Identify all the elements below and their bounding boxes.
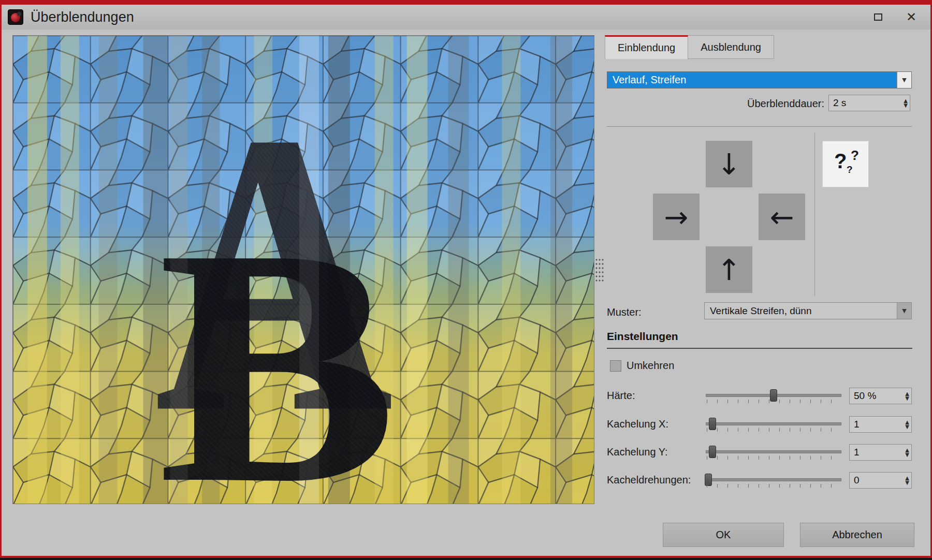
direction-left-button[interactable]: ← [759, 194, 805, 240]
invert-checkbox[interactable] [610, 360, 621, 372]
haerte-row: Härte: 50 % ▲ ▼ [607, 388, 912, 405]
separator [607, 126, 912, 127]
slider-ticks [707, 456, 840, 460]
kachelung-y-value[interactable]: 1 [854, 447, 905, 458]
slider-ticks [707, 400, 840, 403]
slider-track[interactable] [706, 478, 841, 481]
tab-einblendung-label: Einblendung [618, 42, 675, 54]
cancel-button[interactable]: Abbrechen [800, 523, 914, 547]
kacheldrehungen-label: Kacheldrehungen: [607, 474, 703, 486]
transition-select[interactable]: Verlauf, Streifen ▼ [607, 71, 912, 89]
arrow-left-icon: ← [770, 200, 794, 234]
slider-ticks [707, 428, 840, 432]
haerte-spinner[interactable]: ▲ ▼ [905, 391, 911, 401]
transition-select-arrow[interactable]: ▼ [897, 72, 911, 88]
kachelung-y-spinner[interactable]: ▲ ▼ [905, 448, 911, 457]
close-icon: ✕ [906, 11, 916, 23]
question-icon: ? [851, 148, 859, 164]
duration-spinner[interactable]: ▲ ▼ [904, 98, 910, 108]
arrow-up-icon: ↑ [717, 253, 741, 287]
vertical-separator [814, 133, 815, 296]
spinner-down-icon[interactable]: ▼ [905, 396, 909, 401]
chevron-down-icon: ▼ [902, 77, 906, 83]
maximize-button[interactable] [870, 9, 886, 25]
spinner-down-icon[interactable]: ▼ [904, 103, 908, 108]
slider-track[interactable] [706, 450, 841, 453]
settings-heading: Einstellungen [607, 330, 678, 343]
direction-down-button[interactable]: ↓ [706, 141, 752, 187]
duration-input[interactable]: 2 s ▲ ▼ [828, 95, 910, 111]
invert-row: Umkehren [610, 360, 674, 372]
kacheldrehungen-value[interactable]: 0 [854, 475, 905, 486]
duration-value[interactable]: 2 s [833, 97, 904, 109]
settings-underline [607, 348, 912, 349]
kachelung-y-row: Kachelung Y: 1 ▲ ▼ [607, 444, 912, 462]
tab-bar: Einblendung Ausblendung [605, 35, 774, 59]
cancel-button-label: Abbrechen [832, 529, 882, 541]
random-direction-button[interactable]: ? ? ? [822, 141, 869, 187]
pattern-select[interactable]: Vertikale Streifen, dünn ▼ [704, 302, 912, 319]
preview-letter-b: B [158, 179, 397, 504]
kachelung-x-row: Kachelung X: 1 ▲ ▼ [607, 416, 912, 434]
direction-right-button[interactable]: → [653, 194, 700, 240]
arrow-down-icon: ↓ [717, 148, 741, 181]
haerte-value[interactable]: 50 % [854, 390, 905, 402]
ok-button-label: OK [716, 529, 731, 541]
panel-grip[interactable] [595, 258, 604, 283]
app-icon [8, 9, 23, 25]
titlebar[interactable]: Überblendungen ✕ [2, 5, 930, 30]
slider-track[interactable] [706, 422, 841, 425]
kachelung-y-slider[interactable] [706, 444, 841, 462]
spinner-down-icon[interactable]: ▼ [905, 452, 909, 457]
kachelung-y-label: Kachelung Y: [607, 446, 703, 458]
pattern-select-arrow[interactable]: ▼ [897, 303, 911, 319]
kachelung-x-label: Kachelung X: [607, 418, 703, 430]
window-controls: ✕ [870, 9, 919, 25]
duration-label: Überblenddauer: [607, 96, 824, 111]
kachelung-x-value-box[interactable]: 1 ▲ ▼ [849, 416, 912, 433]
slider-ticks [707, 484, 840, 488]
chevron-down-icon: ▼ [902, 307, 906, 314]
preview-image: A B [12, 35, 594, 504]
kacheldrehungen-slider[interactable] [706, 472, 841, 490]
spinner-down-icon[interactable]: ▼ [905, 424, 909, 429]
pattern-select-value[interactable]: Vertikale Streifen, dünn [705, 303, 897, 319]
arrow-right-icon: → [664, 200, 689, 234]
kachelung-x-value[interactable]: 1 [854, 419, 905, 430]
question-icon: ? [847, 164, 853, 175]
kacheldrehungen-value-box[interactable]: 0 ▲ ▼ [849, 472, 912, 489]
question-icon: ? [834, 150, 847, 173]
kacheldrehungen-spinner[interactable]: ▲ ▼ [905, 476, 911, 485]
dialog-window: Überblendungen ✕ [2, 5, 930, 556]
kachelung-x-slider[interactable] [706, 416, 841, 434]
tab-einblendung[interactable]: Einblendung [605, 35, 688, 59]
transition-select-value[interactable]: Verlauf, Streifen [607, 72, 897, 88]
haerte-slider[interactable] [706, 388, 841, 405]
kacheldrehungen-row: Kacheldrehungen: 0 ▲ ▼ [607, 472, 912, 490]
tab-ausblendung-label: Ausblendung [701, 41, 761, 53]
close-button[interactable]: ✕ [904, 9, 919, 25]
window-frame-bottom [0, 558, 932, 560]
ok-button[interactable]: OK [663, 523, 784, 547]
kachelung-x-spinner[interactable]: ▲ ▼ [905, 420, 911, 429]
haerte-value-box[interactable]: 50 % ▲ ▼ [849, 388, 912, 404]
haerte-label: Härte: [607, 390, 703, 402]
window-title: Überblendungen [31, 9, 134, 25]
tab-ausblendung[interactable]: Ausblendung [688, 35, 774, 59]
pattern-label: Muster: [607, 304, 642, 321]
invert-label: Umkehren [627, 360, 674, 372]
spinner-down-icon[interactable]: ▼ [905, 480, 909, 485]
preview-mosaic: A B [13, 36, 594, 504]
direction-up-button[interactable]: ↑ [706, 246, 752, 293]
maximize-icon [874, 13, 882, 21]
kachelung-y-value-box[interactable]: 1 ▲ ▼ [849, 444, 912, 461]
